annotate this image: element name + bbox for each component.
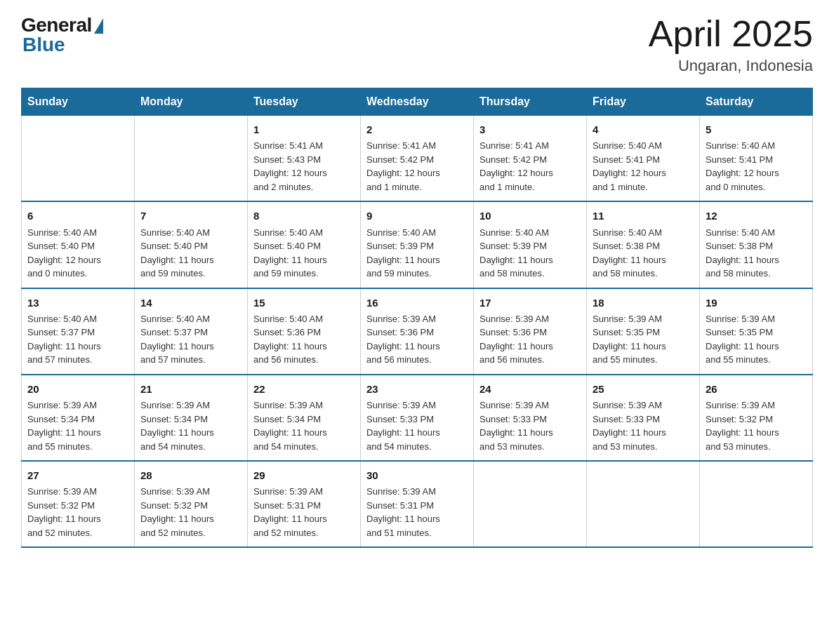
calendar-cell: 16Sunrise: 5:39 AMSunset: 5:36 PMDayligh… — [361, 288, 474, 375]
page-title: April 2025 — [649, 14, 813, 54]
calendar-cell — [587, 461, 700, 547]
day-info: Sunrise: 5:40 AMSunset: 5:38 PMDaylight:… — [593, 226, 694, 281]
day-info: Sunrise: 5:41 AMSunset: 5:43 PMDaylight:… — [253, 139, 355, 194]
calendar-cell: 8Sunrise: 5:40 AMSunset: 5:40 PMDaylight… — [248, 201, 361, 288]
calendar-cell: 27Sunrise: 5:39 AMSunset: 5:32 PMDayligh… — [22, 461, 135, 547]
calendar-cell: 12Sunrise: 5:40 AMSunset: 5:38 PMDayligh… — [700, 201, 813, 288]
day-info: Sunrise: 5:40 AMSunset: 5:41 PMDaylight:… — [706, 139, 807, 194]
day-info: Sunrise: 5:41 AMSunset: 5:42 PMDaylight:… — [366, 139, 468, 194]
day-info: Sunrise: 5:40 AMSunset: 5:37 PMDaylight:… — [140, 312, 241, 367]
day-number: 14 — [140, 295, 241, 311]
calendar-week-row: 13Sunrise: 5:40 AMSunset: 5:37 PMDayligh… — [22, 288, 813, 375]
calendar-cell: 3Sunrise: 5:41 AMSunset: 5:42 PMDaylight… — [474, 116, 587, 202]
day-number: 9 — [366, 208, 468, 224]
calendar-cell: 18Sunrise: 5:39 AMSunset: 5:35 PMDayligh… — [587, 288, 700, 375]
calendar-cell: 2Sunrise: 5:41 AMSunset: 5:42 PMDaylight… — [361, 116, 474, 202]
day-info: Sunrise: 5:40 AMSunset: 5:40 PMDaylight:… — [253, 226, 355, 281]
calendar-cell: 26Sunrise: 5:39 AMSunset: 5:32 PMDayligh… — [700, 375, 813, 461]
calendar-cell: 4Sunrise: 5:40 AMSunset: 5:41 PMDaylight… — [587, 116, 700, 202]
title-block: April 2025 Ungaran, Indonesia — [649, 14, 813, 75]
calendar-cell — [700, 461, 813, 547]
calendar-header-tuesday: Tuesday — [248, 88, 361, 116]
day-number: 8 — [253, 208, 355, 224]
day-info: Sunrise: 5:39 AMSunset: 5:33 PMDaylight:… — [479, 398, 581, 453]
day-number: 30 — [366, 467, 468, 483]
calendar-cell: 24Sunrise: 5:39 AMSunset: 5:33 PMDayligh… — [474, 375, 587, 461]
calendar-cell: 21Sunrise: 5:39 AMSunset: 5:34 PMDayligh… — [135, 375, 248, 461]
calendar-cell: 10Sunrise: 5:40 AMSunset: 5:39 PMDayligh… — [474, 201, 587, 288]
day-number: 6 — [27, 208, 128, 224]
day-info: Sunrise: 5:39 AMSunset: 5:31 PMDaylight:… — [253, 485, 355, 539]
day-number: 5 — [706, 121, 807, 137]
calendar-header-wednesday: Wednesday — [361, 88, 474, 116]
day-info: Sunrise: 5:40 AMSunset: 5:36 PMDaylight:… — [253, 312, 355, 367]
calendar-week-row: 27Sunrise: 5:39 AMSunset: 5:32 PMDayligh… — [22, 461, 813, 547]
calendar-cell — [22, 116, 135, 202]
calendar-cell: 1Sunrise: 5:41 AMSunset: 5:43 PMDaylight… — [248, 116, 361, 202]
day-number: 21 — [140, 381, 241, 397]
day-number: 25 — [593, 381, 694, 397]
day-number: 4 — [593, 121, 694, 137]
day-info: Sunrise: 5:39 AMSunset: 5:36 PMDaylight:… — [479, 312, 581, 367]
calendar-cell: 23Sunrise: 5:39 AMSunset: 5:33 PMDayligh… — [361, 375, 474, 461]
day-number: 3 — [479, 121, 581, 137]
calendar-cell — [474, 461, 587, 547]
calendar-week-row: 1Sunrise: 5:41 AMSunset: 5:43 PMDaylight… — [22, 116, 813, 202]
day-info: Sunrise: 5:40 AMSunset: 5:40 PMDaylight:… — [140, 226, 241, 281]
day-info: Sunrise: 5:39 AMSunset: 5:33 PMDaylight:… — [366, 398, 468, 453]
day-number: 19 — [706, 295, 807, 311]
day-number: 24 — [479, 381, 581, 397]
calendar-table: SundayMondayTuesdayWednesdayThursdayFrid… — [21, 88, 813, 548]
calendar-week-row: 6Sunrise: 5:40 AMSunset: 5:40 PMDaylight… — [22, 201, 813, 288]
day-number: 23 — [366, 381, 468, 397]
logo: General Blue — [21, 14, 103, 56]
calendar-cell: 13Sunrise: 5:40 AMSunset: 5:37 PMDayligh… — [22, 288, 135, 375]
day-number: 13 — [27, 295, 128, 311]
day-info: Sunrise: 5:39 AMSunset: 5:32 PMDaylight:… — [27, 485, 128, 539]
day-info: Sunrise: 5:39 AMSunset: 5:32 PMDaylight:… — [140, 485, 241, 539]
day-info: Sunrise: 5:40 AMSunset: 5:39 PMDaylight:… — [366, 226, 468, 281]
calendar-header-row: SundayMondayTuesdayWednesdayThursdayFrid… — [22, 88, 813, 116]
day-info: Sunrise: 5:39 AMSunset: 5:31 PMDaylight:… — [366, 485, 468, 539]
calendar-cell: 20Sunrise: 5:39 AMSunset: 5:34 PMDayligh… — [22, 375, 135, 461]
day-number: 7 — [140, 208, 241, 224]
calendar-cell: 28Sunrise: 5:39 AMSunset: 5:32 PMDayligh… — [135, 461, 248, 547]
calendar-week-row: 20Sunrise: 5:39 AMSunset: 5:34 PMDayligh… — [22, 375, 813, 461]
day-number: 1 — [253, 121, 355, 137]
day-number: 11 — [593, 208, 694, 224]
page-subtitle: Ungaran, Indonesia — [649, 57, 813, 75]
day-number: 15 — [253, 295, 355, 311]
day-number: 26 — [706, 381, 807, 397]
calendar-header-saturday: Saturday — [700, 88, 813, 116]
day-info: Sunrise: 5:39 AMSunset: 5:35 PMDaylight:… — [593, 312, 694, 367]
day-info: Sunrise: 5:40 AMSunset: 5:38 PMDaylight:… — [706, 226, 807, 281]
calendar-cell: 25Sunrise: 5:39 AMSunset: 5:33 PMDayligh… — [587, 375, 700, 461]
calendar-header-sunday: Sunday — [22, 88, 135, 116]
calendar-cell: 6Sunrise: 5:40 AMSunset: 5:40 PMDaylight… — [22, 201, 135, 288]
day-info: Sunrise: 5:39 AMSunset: 5:34 PMDaylight:… — [27, 398, 128, 453]
calendar-cell: 14Sunrise: 5:40 AMSunset: 5:37 PMDayligh… — [135, 288, 248, 375]
calendar-header-monday: Monday — [135, 88, 248, 116]
calendar-cell: 29Sunrise: 5:39 AMSunset: 5:31 PMDayligh… — [248, 461, 361, 547]
logo-triangle-icon — [94, 18, 103, 34]
day-number: 18 — [593, 295, 694, 311]
day-number: 29 — [253, 467, 355, 483]
calendar-cell: 30Sunrise: 5:39 AMSunset: 5:31 PMDayligh… — [361, 461, 474, 547]
day-info: Sunrise: 5:39 AMSunset: 5:35 PMDaylight:… — [706, 312, 807, 367]
day-number: 28 — [140, 467, 241, 483]
day-info: Sunrise: 5:40 AMSunset: 5:41 PMDaylight:… — [593, 139, 694, 194]
day-number: 17 — [479, 295, 581, 311]
day-info: Sunrise: 5:41 AMSunset: 5:42 PMDaylight:… — [479, 139, 581, 194]
day-info: Sunrise: 5:39 AMSunset: 5:34 PMDaylight:… — [140, 398, 241, 453]
day-info: Sunrise: 5:40 AMSunset: 5:40 PMDaylight:… — [27, 226, 128, 281]
calendar-cell: 15Sunrise: 5:40 AMSunset: 5:36 PMDayligh… — [248, 288, 361, 375]
logo-blue-text: Blue — [22, 34, 65, 56]
day-number: 12 — [706, 208, 807, 224]
day-info: Sunrise: 5:39 AMSunset: 5:33 PMDaylight:… — [593, 398, 694, 453]
day-number: 16 — [366, 295, 468, 311]
day-number: 10 — [479, 208, 581, 224]
day-number: 22 — [253, 381, 355, 397]
day-number: 20 — [27, 381, 128, 397]
calendar-cell: 11Sunrise: 5:40 AMSunset: 5:38 PMDayligh… — [587, 201, 700, 288]
calendar-cell: 5Sunrise: 5:40 AMSunset: 5:41 PMDaylight… — [700, 116, 813, 202]
